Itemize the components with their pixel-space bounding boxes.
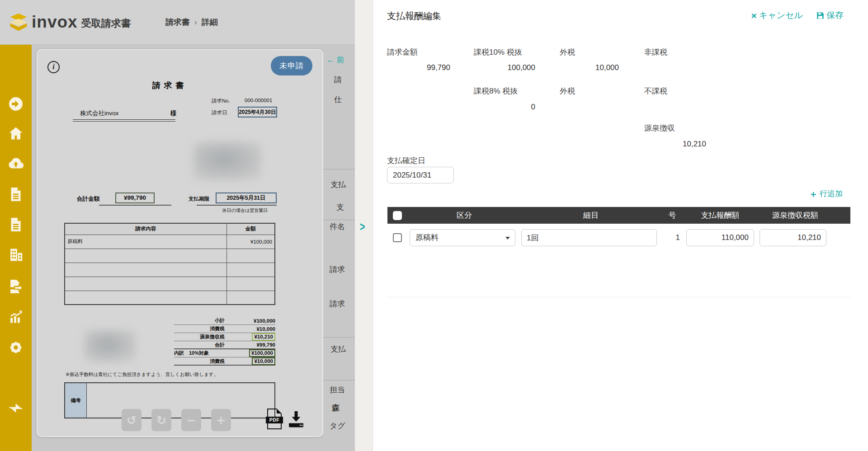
remarks-label: 備考	[65, 383, 87, 418]
chart-icon[interactable]	[8, 309, 24, 325]
breakdown-10pct-highlight: ¥100,000	[249, 349, 275, 357]
document-icon[interactable]	[8, 186, 24, 202]
total-amount-highlight: ¥99,790	[115, 193, 155, 203]
app-header: invox 受取請求書 請求書 › 詳細	[0, 0, 355, 45]
table-row	[65, 263, 275, 277]
totals-row: 小計 ¥100,000	[174, 317, 275, 325]
totals-row-breakdown: 内訳 10%対象 ¥100,000	[174, 349, 275, 357]
breakdown-tax-highlight: ¥10,000	[252, 357, 275, 365]
summary-value-tax8: 0	[472, 103, 535, 112]
collapse-icon[interactable]	[8, 400, 24, 416]
file-export-icon[interactable]	[8, 278, 24, 295]
breadcrumb: 請求書 › 詳細	[165, 17, 218, 28]
cloud-upload-icon[interactable]	[8, 155, 24, 172]
totals-row-breakdown-tax: 消費税 ¥10,000	[174, 357, 275, 366]
undo-icon[interactable]: ↺	[122, 409, 142, 431]
building-icon[interactable]	[8, 247, 24, 263]
arrow-left-icon: ←	[327, 56, 335, 64]
withholding-input[interactable]	[760, 229, 826, 246]
summary-value-withholding: 10,210	[643, 140, 706, 149]
select-all-checkbox[interactable]	[393, 211, 402, 220]
header-detail: 細目	[521, 210, 660, 221]
due-date-note: 休日の場合は翌営業日	[213, 207, 277, 214]
due-date-label: 支払期限	[189, 196, 209, 202]
app-logo[interactable]: invox 受取請求書	[9, 13, 131, 32]
row-checkbox[interactable]	[393, 233, 402, 242]
category-select[interactable]: 原稿料	[410, 229, 515, 246]
save-icon	[816, 12, 824, 19]
add-row-button[interactable]: ＋ 行追加	[809, 188, 843, 199]
previous-invoice-link[interactable]: ← 前	[327, 55, 344, 65]
detail-input[interactable]	[521, 229, 657, 246]
chevron-down-icon	[505, 237, 510, 240]
summary-label-withholding: 源泉徴収	[644, 123, 675, 133]
info-icon[interactable]: i	[47, 61, 60, 73]
divider	[323, 380, 355, 381]
pay-date-input[interactable]	[387, 167, 454, 183]
due-underline	[197, 205, 277, 206]
compensation-table-body: 原稿料 1	[387, 224, 850, 297]
remarks-body	[87, 383, 274, 418]
item-amount: ¥100,000	[226, 235, 275, 249]
total-amount-label: 合計金額	[77, 195, 99, 203]
expand-panel-chevron-icon[interactable]: >	[360, 220, 365, 234]
field-label-fragment: 支払	[330, 179, 346, 190]
totals-row-grand-total: 合計 ¥99,790	[174, 341, 275, 349]
invoice-date-label: 請求日	[212, 109, 227, 116]
item-amount	[226, 277, 275, 291]
field-value-fragment: 森	[332, 403, 340, 413]
amount-input[interactable]	[686, 229, 754, 246]
zoom-out-icon[interactable]: −	[181, 409, 201, 431]
field-label-fragment: 担当	[330, 385, 345, 395]
header-withholding: 源泉徴収税額	[756, 210, 834, 221]
table-row	[65, 249, 275, 263]
breadcrumb-page: 詳細	[202, 17, 218, 28]
totals-row: 消費税 ¥10,000	[174, 325, 275, 333]
home-icon[interactable]	[8, 125, 24, 141]
screen: invox 受取請求書 請求書 › 詳細	[0, 0, 868, 451]
close-icon: ×	[751, 11, 757, 20]
plus-icon: ＋	[809, 189, 818, 198]
table-row	[65, 277, 275, 291]
invoice-no-label: 請求No.	[212, 98, 230, 104]
pay-date-label: 支払確定日	[387, 155, 425, 166]
compensation-table-header: 区分 細目 号 支払報酬額 源泉徴収税額	[387, 207, 850, 224]
header-amount: 支払報酬額	[684, 210, 756, 221]
zoom-in-icon[interactable]: +	[211, 409, 231, 431]
arrow-circle-right-icon[interactable]	[8, 96, 24, 112]
item-amount	[226, 263, 275, 277]
recipient-honorific: 様	[170, 109, 177, 117]
breadcrumb-section[interactable]: 請求書	[165, 17, 190, 28]
divider	[323, 337, 355, 338]
table-row: 原稿料¥100,000	[65, 235, 275, 249]
redo-icon[interactable]: ↻	[151, 409, 171, 431]
summary-label-tax-exempt: 非課税	[644, 47, 667, 57]
invoice-date-highlight: 2025年4月30日	[238, 107, 277, 117]
gear-icon[interactable]	[8, 339, 24, 356]
invoice-viewer-card: i 未申請 請求書 請求No. 000-000001 請求日 2025年4月30…	[37, 49, 323, 437]
status-badge: 未申請	[271, 56, 312, 75]
item-desc	[65, 277, 226, 291]
chevron-right-icon: ›	[194, 18, 197, 27]
document-title: 請求書	[64, 80, 275, 91]
table-row	[65, 291, 275, 305]
item-desc	[65, 291, 226, 305]
summary-label-nontaxable: 不課税	[644, 86, 667, 96]
total-underline	[99, 205, 171, 206]
document-icon[interactable]	[8, 216, 24, 233]
item-desc	[65, 263, 226, 277]
item-amount	[226, 249, 275, 263]
save-button[interactable]: 保存	[816, 9, 844, 21]
pdf-file-icon[interactable]: PDF	[266, 409, 283, 429]
items-header-amount: 金額	[226, 223, 275, 235]
items-header-desc: 請求内容	[65, 223, 226, 235]
summary-value-invoice-amount: 99,790	[387, 63, 450, 72]
left-page: invox 受取請求書 請求書 › 詳細	[0, 0, 355, 451]
table-row: 原稿料 1	[387, 224, 850, 246]
cancel-button[interactable]: × キャンセル	[751, 9, 803, 21]
summary-label-external-tax8: 外税	[560, 86, 575, 96]
recipient-underline	[73, 119, 175, 122]
download-icon[interactable]	[287, 410, 305, 428]
summary-label-external-tax10: 外税	[560, 47, 575, 57]
sidebar	[0, 45, 32, 451]
